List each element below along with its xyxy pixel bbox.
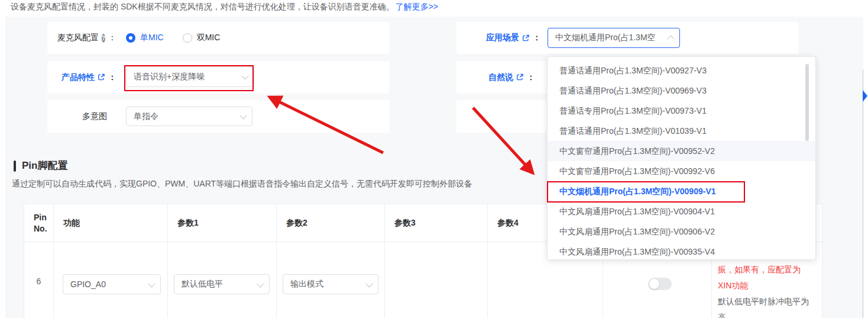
natural-speech-label-group: 自然说 ： xyxy=(468,61,535,94)
label-colon: ： xyxy=(108,33,116,43)
dropdown-option[interactable]: 中文风扇通用Pro(占1.3M空间)-V00906-V2 xyxy=(548,221,815,242)
param2-value: 输出模式 xyxy=(290,279,323,290)
param2-select[interactable]: 输出模式 xyxy=(283,274,378,294)
chevron-down-icon xyxy=(241,72,249,80)
param3-cell xyxy=(385,242,488,318)
dropdown-option[interactable]: 普通话专用Pro(占1.3M空间)-V00973-V1 xyxy=(548,101,815,121)
dropdown-option[interactable]: 普通话通用Pro(占1.3M空间)-V01039-V1 xyxy=(548,121,815,141)
mic-radio-option[interactable]: 单MIC xyxy=(126,33,164,43)
product-feature-select[interactable]: 语音识别+深度降噪 xyxy=(126,66,254,87)
app-scene-select[interactable]: 中文烟机通用Pro(占1.3M空 xyxy=(548,28,680,48)
dropdown-option[interactable]: 中文窗帘通用Pro(占1.3M空间)-V00952-V2 xyxy=(548,141,815,161)
table-header: 参数3 xyxy=(385,204,488,242)
chevron-up-icon xyxy=(667,35,675,43)
dropdown-option[interactable]: 中文烟机通用Pro(占1.3M空间)-V00909-V1 xyxy=(548,181,815,201)
chevron-down-icon xyxy=(257,280,264,287)
remark-note-text: 默认低电平时脉冲电平为高 xyxy=(718,294,814,318)
app-scene-label: 应用场景 xyxy=(486,33,519,43)
external-link-icon[interactable] xyxy=(98,73,105,81)
function-select[interactable]: GPIO_A0 xyxy=(63,274,161,294)
pin-section-description: 通过定制可以自动生成代码，实现GPIO、PWM、UART等端口根据语音指令输出自… xyxy=(12,179,472,189)
remark-warning-text: 振，如果有，应配置为XIN功能 xyxy=(718,262,814,294)
expand-panel-handle[interactable] xyxy=(863,90,867,102)
mic-radio-group: 单MIC双MIC xyxy=(126,22,220,54)
multi-intent-label-group: 多意图 xyxy=(57,100,107,133)
mic-config-card: 麦克风配置 ? ： 单MIC双MIC xyxy=(47,22,389,54)
multi-intent-label: 多意图 xyxy=(82,111,107,122)
table-header: Pin No. xyxy=(24,204,54,242)
dropdown-option[interactable]: 中文窗帘通用Pro(占1.3M空间)-V00992-V6 xyxy=(548,161,815,181)
param2-cell: 输出模式 xyxy=(277,242,385,318)
radio-label: 双MIC xyxy=(197,33,221,43)
learn-more-link[interactable]: 了解更多>> xyxy=(396,2,438,11)
function-cell: GPIO_A0 xyxy=(54,242,168,318)
dropdown-option[interactable]: 中文风扇通用Pro(占1.3M空间)-V00935-V4 xyxy=(548,242,815,262)
app-scene-value: 中文烟机通用Pro(占1.3M空 xyxy=(555,33,656,43)
dropdown-scrollbar[interactable] xyxy=(805,64,809,141)
chevron-down-icon xyxy=(239,112,247,120)
app-scene-card: 应用场景 ： 中文烟机通用Pro(占1.3M空 xyxy=(456,22,798,54)
product-feature-label-group: 产品特性 ： xyxy=(57,61,116,94)
param1-cell: 默认低电平 xyxy=(168,242,277,318)
dropdown-option[interactable]: 普通话通用Pro(占1.3M空间)-V00927-V3 xyxy=(548,60,815,81)
multi-intent-card: 多意图 单指令 xyxy=(47,100,389,133)
table-header: 参数1 xyxy=(168,204,277,242)
param1-select[interactable]: 默认低电平 xyxy=(174,274,270,294)
table-header: 参数2 xyxy=(277,204,385,242)
label-colon: ： xyxy=(527,72,535,83)
label-colon: ： xyxy=(533,33,541,43)
function-value: GPIO_A0 xyxy=(70,280,106,289)
pin-toggle-switch[interactable] xyxy=(648,278,672,290)
dropdown-option[interactable]: 中文风扇通用Pro(占1.3M空间)-V00904-V1 xyxy=(548,201,815,221)
mic-config-label: 麦克风配置 xyxy=(57,33,99,43)
multi-intent-select[interactable]: 单指令 xyxy=(126,107,252,126)
product-feature-label: 产品特性 xyxy=(61,72,95,83)
scene-dropdown-panel: 普通话通用Pro(占1.3M空间)-V00927-V3普通话通用Pro(占1.3… xyxy=(547,56,816,260)
section-title-bar xyxy=(14,160,16,172)
product-feature-card: 产品特性 ： 语音识别+深度降噪 xyxy=(47,61,389,94)
chevron-down-icon xyxy=(365,280,373,287)
radio-icon xyxy=(126,33,135,43)
help-icon[interactable]: ? xyxy=(102,34,105,43)
label-colon: ： xyxy=(108,72,116,83)
intro-description: 设备麦克风配置情况，封装的 SDK根据不同麦克风情况，对信号进行优化处理，让设备… xyxy=(11,2,394,11)
intro-row: 设备麦克风配置情况，封装的 SDK根据不同麦克风情况，对信号进行优化处理，让设备… xyxy=(11,2,438,12)
mic-config-label-group: 麦克风配置 ? ： xyxy=(57,22,116,54)
product-feature-value: 语音识别+深度降噪 xyxy=(134,72,205,82)
radio-label: 单MIC xyxy=(140,33,164,43)
radio-icon xyxy=(183,33,192,43)
chevron-down-icon xyxy=(148,280,156,287)
right-panel-divider xyxy=(863,70,863,318)
external-link-icon[interactable] xyxy=(516,73,524,81)
page: 设备麦克风配置情况，封装的 SDK根据不同麦克风情况，对信号进行优化处理，让设备… xyxy=(0,0,868,318)
param1-value: 默认低电平 xyxy=(182,279,223,290)
pin-section-title: Pin脚配置 xyxy=(22,159,67,172)
toggle-knob xyxy=(649,279,659,289)
pin-number-cell: 6 xyxy=(24,242,54,318)
mic-radio-option[interactable]: 双MIC xyxy=(183,33,221,43)
dropdown-option[interactable]: 普通话通用Pro(占1.3M空间)-V00969-V3 xyxy=(548,81,815,101)
app-scene-label-group: 应用场景 ： xyxy=(468,22,541,54)
natural-speech-label: 自然说 xyxy=(488,72,513,83)
multi-intent-value: 单指令 xyxy=(134,111,158,122)
external-link-icon[interactable] xyxy=(522,34,530,42)
table-header: 功能 xyxy=(54,204,168,242)
